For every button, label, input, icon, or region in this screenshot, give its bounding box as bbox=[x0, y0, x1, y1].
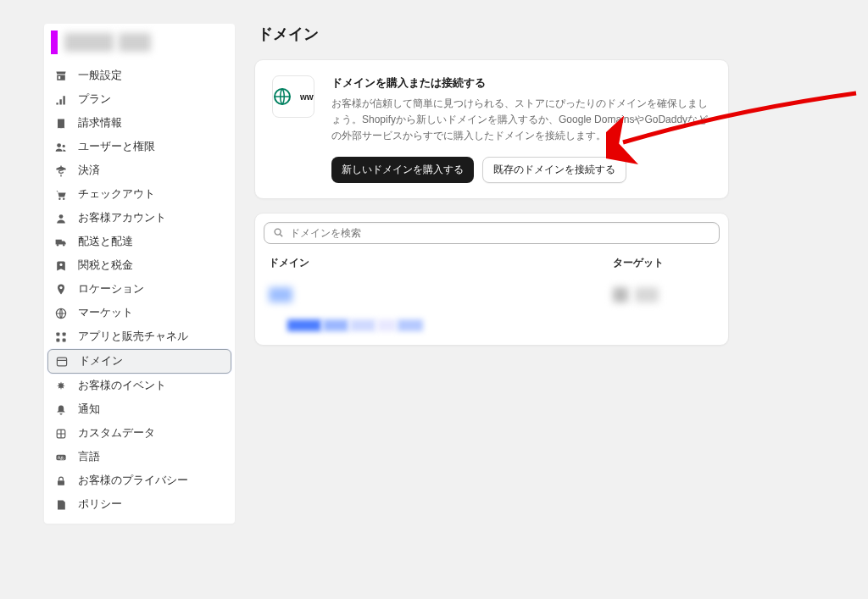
events-icon bbox=[54, 380, 68, 393]
sidebar-item-label: 配送と配達 bbox=[78, 235, 133, 249]
svg-rect-14 bbox=[57, 358, 66, 366]
languages-icon: Aあ bbox=[54, 451, 68, 464]
sidebar-item-label: ロケーション bbox=[78, 282, 144, 297]
sidebar-item-label: ユーザーと権限 bbox=[78, 140, 155, 154]
sidebar-item-taxes[interactable]: 関税と税金 bbox=[47, 254, 231, 277]
settings-sidebar: 一般設定 プラン 請求情報 ユーザーと権限 決済 チェックアウト お客様アカウン… bbox=[44, 24, 235, 524]
checkout-icon bbox=[54, 188, 68, 202]
domains-icon bbox=[55, 355, 69, 369]
sidebar-item-label: 通知 bbox=[78, 402, 100, 417]
sidebar-item-markets[interactable]: マーケット bbox=[47, 302, 231, 324]
sidebar-item-label: 請求情報 bbox=[78, 116, 122, 130]
hero-description: お客様が信頼して簡単に見つけられる、ストアにぴったりのドメインを確保しましょう。… bbox=[331, 96, 711, 145]
sidebar-item-label: 関税と税金 bbox=[78, 258, 133, 273]
sidebar-header bbox=[44, 24, 235, 64]
taxes-icon bbox=[54, 259, 68, 273]
sidebar-item-label: 決済 bbox=[78, 164, 100, 178]
sidebar-item-events[interactable]: お客様のイベント bbox=[47, 374, 231, 397]
sidebar-item-label: アプリと販売チャネル bbox=[78, 330, 188, 344]
svg-point-5 bbox=[57, 244, 58, 246]
connect-domain-button[interactable]: 既存のドメインを接続する bbox=[482, 157, 626, 183]
shipping-icon bbox=[54, 236, 68, 249]
svg-text:Aあ: Aあ bbox=[58, 455, 64, 459]
svg-point-8 bbox=[59, 286, 62, 289]
domain-list-card: ドメイン ターゲット bbox=[254, 213, 729, 346]
location-icon bbox=[54, 283, 68, 297]
redacted-store-name bbox=[64, 33, 114, 52]
svg-point-0 bbox=[57, 143, 61, 147]
account-icon bbox=[54, 212, 68, 225]
plan-icon bbox=[54, 93, 68, 107]
column-domain: ドメイン bbox=[269, 256, 613, 270]
redacted-target bbox=[635, 287, 659, 302]
svg-rect-18 bbox=[58, 480, 64, 485]
hero-card: www ドメインを購入または接続する お客様が信頼して簡単に見つけられる、ストア… bbox=[254, 59, 729, 199]
sidebar-item-label: お客様のプライバシー bbox=[78, 474, 188, 488]
sidebar-item-plan[interactable]: プラン bbox=[47, 88, 231, 111]
sidebar-item-locations[interactable]: ロケーション bbox=[47, 278, 231, 301]
sidebar-item-label: カスタムデータ bbox=[78, 426, 155, 441]
svg-point-2 bbox=[58, 197, 60, 199]
store-icon bbox=[54, 69, 68, 83]
main-content: ドメイン www ドメインを購入または接続する お客様が信頼して簡単に見つけられ… bbox=[254, 24, 729, 359]
sidebar-item-payments[interactable]: 決済 bbox=[47, 159, 231, 182]
payments-icon bbox=[54, 164, 68, 178]
privacy-icon bbox=[54, 474, 68, 488]
table-row bbox=[255, 313, 728, 345]
svg-point-7 bbox=[59, 263, 62, 265]
page-title: ドメイン bbox=[254, 24, 729, 44]
notifications-icon bbox=[54, 403, 68, 417]
sidebar-item-policies[interactable]: ポリシー bbox=[47, 493, 231, 516]
billing-icon bbox=[54, 117, 68, 130]
accent-bar bbox=[51, 31, 58, 54]
nav-list: 一般設定 プラン 請求情報 ユーザーと権限 決済 チェックアウト お客様アカウン… bbox=[44, 64, 235, 516]
svg-rect-10 bbox=[56, 332, 59, 336]
sidebar-item-privacy[interactable]: お客様のプライバシー bbox=[47, 469, 231, 492]
sidebar-item-label: お客様アカウント bbox=[78, 211, 166, 225]
markets-icon bbox=[54, 307, 68, 320]
sidebar-item-label: マーケット bbox=[78, 306, 133, 320]
sidebar-item-label: ポリシー bbox=[78, 497, 122, 512]
hero-title: ドメインを購入または接続する bbox=[331, 75, 711, 91]
search-box[interactable] bbox=[264, 222, 720, 244]
sidebar-item-checkout[interactable]: チェックアウト bbox=[47, 183, 231, 206]
svg-rect-12 bbox=[56, 338, 59, 341]
buy-domain-button[interactable]: 新しいドメインを購入する bbox=[331, 157, 474, 183]
svg-point-21 bbox=[275, 229, 281, 235]
www-icon: www bbox=[272, 75, 314, 118]
table-header: ドメイン ターゲット bbox=[255, 244, 728, 277]
sidebar-item-label: お客様のイベント bbox=[78, 379, 166, 393]
redacted-store-name bbox=[119, 33, 151, 52]
table-row[interactable] bbox=[255, 277, 728, 313]
sidebar-item-billing[interactable]: 請求情報 bbox=[47, 112, 231, 135]
svg-point-1 bbox=[63, 144, 65, 147]
search-icon bbox=[273, 227, 285, 239]
sidebar-item-label: チェックアウト bbox=[78, 187, 155, 202]
domain-search-input[interactable] bbox=[290, 227, 710, 239]
sidebar-item-accounts[interactable]: お客様アカウント bbox=[47, 207, 231, 230]
column-target: ターゲット bbox=[613, 256, 715, 270]
redacted-target bbox=[613, 287, 628, 302]
sidebar-item-label: 言語 bbox=[78, 450, 100, 464]
policies-icon bbox=[54, 498, 68, 512]
sidebar-item-customdata[interactable]: カスタムデータ bbox=[47, 422, 231, 445]
apps-icon bbox=[54, 330, 68, 344]
svg-rect-13 bbox=[63, 338, 66, 341]
sidebar-item-general[interactable]: 一般設定 bbox=[47, 64, 231, 87]
svg-rect-11 bbox=[63, 332, 66, 336]
sidebar-item-domains[interactable]: ドメイン bbox=[47, 349, 231, 374]
svg-point-6 bbox=[63, 244, 64, 246]
sidebar-item-users[interactable]: ユーザーと権限 bbox=[47, 136, 231, 158]
sidebar-item-notifications[interactable]: 通知 bbox=[47, 398, 231, 421]
svg-point-4 bbox=[59, 214, 64, 219]
customdata-icon bbox=[54, 427, 68, 441]
sidebar-item-apps[interactable]: アプリと販売チャネル bbox=[47, 325, 231, 348]
sidebar-item-label: 一般設定 bbox=[78, 69, 122, 83]
sidebar-item-label: プラン bbox=[78, 92, 111, 107]
sidebar-item-shipping[interactable]: 配送と配達 bbox=[47, 230, 231, 253]
sidebar-item-label: ドメイン bbox=[79, 354, 123, 369]
redacted-domain bbox=[269, 287, 292, 302]
svg-text:www: www bbox=[299, 92, 314, 102]
users-icon bbox=[54, 141, 68, 154]
sidebar-item-languages[interactable]: Aあ言語 bbox=[47, 446, 231, 469]
